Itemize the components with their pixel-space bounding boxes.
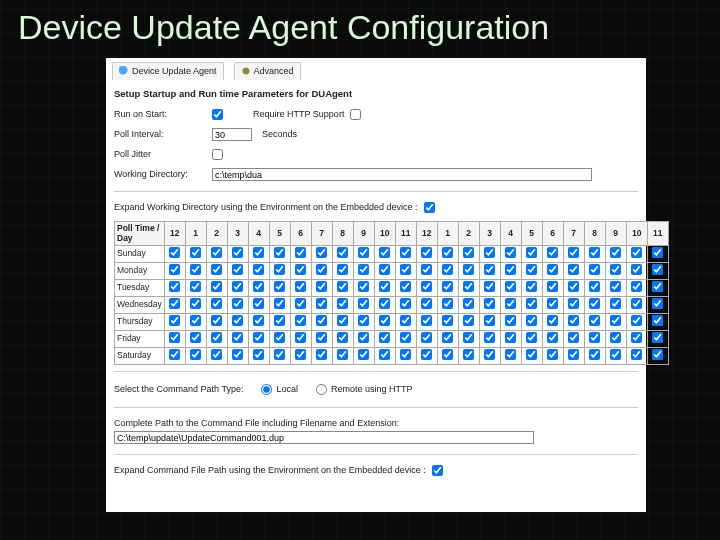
schedule-hour-checkbox[interactable] (253, 247, 264, 258)
schedule-hour-checkbox[interactable] (253, 264, 264, 275)
command-path-remote-radio[interactable] (316, 384, 327, 395)
schedule-hour-checkbox[interactable] (274, 349, 285, 360)
schedule-hour-checkbox[interactable] (652, 247, 663, 258)
schedule-hour-checkbox[interactable] (253, 332, 264, 343)
schedule-hour-checkbox[interactable] (526, 315, 537, 326)
schedule-hour-checkbox[interactable] (610, 315, 621, 326)
schedule-hour-checkbox[interactable] (169, 264, 180, 275)
schedule-hour-checkbox[interactable] (253, 349, 264, 360)
schedule-hour-checkbox[interactable] (316, 298, 327, 309)
schedule-hour-checkbox[interactable] (421, 332, 432, 343)
schedule-hour-checkbox[interactable] (295, 264, 306, 275)
schedule-hour-checkbox[interactable] (442, 264, 453, 275)
schedule-hour-checkbox[interactable] (253, 315, 264, 326)
schedule-hour-checkbox[interactable] (274, 332, 285, 343)
schedule-hour-checkbox[interactable] (379, 315, 390, 326)
schedule-hour-checkbox[interactable] (442, 281, 453, 292)
schedule-hour-checkbox[interactable] (358, 247, 369, 258)
schedule-hour-checkbox[interactable] (505, 332, 516, 343)
schedule-hour-checkbox[interactable] (169, 349, 180, 360)
schedule-hour-checkbox[interactable] (400, 281, 411, 292)
schedule-hour-checkbox[interactable] (631, 264, 642, 275)
schedule-hour-checkbox[interactable] (316, 281, 327, 292)
schedule-hour-checkbox[interactable] (442, 298, 453, 309)
schedule-hour-checkbox[interactable] (547, 281, 558, 292)
schedule-hour-checkbox[interactable] (547, 264, 558, 275)
command-path-local-radio[interactable] (261, 384, 272, 395)
schedule-hour-checkbox[interactable] (169, 315, 180, 326)
schedule-hour-checkbox[interactable] (652, 332, 663, 343)
schedule-hour-checkbox[interactable] (484, 332, 495, 343)
schedule-hour-checkbox[interactable] (505, 281, 516, 292)
schedule-hour-checkbox[interactable] (589, 349, 600, 360)
schedule-hour-checkbox[interactable] (568, 247, 579, 258)
schedule-hour-checkbox[interactable] (463, 281, 474, 292)
schedule-hour-checkbox[interactable] (526, 281, 537, 292)
schedule-hour-checkbox[interactable] (589, 332, 600, 343)
schedule-hour-checkbox[interactable] (652, 264, 663, 275)
schedule-hour-checkbox[interactable] (484, 264, 495, 275)
schedule-hour-checkbox[interactable] (169, 281, 180, 292)
schedule-hour-checkbox[interactable] (568, 315, 579, 326)
schedule-hour-checkbox[interactable] (652, 298, 663, 309)
schedule-hour-checkbox[interactable] (505, 315, 516, 326)
schedule-hour-checkbox[interactable] (211, 247, 222, 258)
schedule-hour-checkbox[interactable] (652, 349, 663, 360)
complete-path-input[interactable] (114, 431, 534, 444)
schedule-hour-checkbox[interactable] (274, 315, 285, 326)
schedule-hour-checkbox[interactable] (379, 298, 390, 309)
schedule-hour-checkbox[interactable] (421, 349, 432, 360)
schedule-hour-checkbox[interactable] (169, 298, 180, 309)
schedule-hour-checkbox[interactable] (421, 281, 432, 292)
schedule-hour-checkbox[interactable] (274, 298, 285, 309)
expand-cmd-checkbox[interactable] (432, 465, 443, 476)
schedule-hour-checkbox[interactable] (169, 247, 180, 258)
schedule-hour-checkbox[interactable] (232, 332, 243, 343)
schedule-hour-checkbox[interactable] (211, 315, 222, 326)
schedule-hour-checkbox[interactable] (484, 281, 495, 292)
schedule-hour-checkbox[interactable] (631, 332, 642, 343)
schedule-hour-checkbox[interactable] (631, 298, 642, 309)
schedule-hour-checkbox[interactable] (295, 281, 306, 292)
schedule-hour-checkbox[interactable] (274, 281, 285, 292)
schedule-hour-checkbox[interactable] (295, 247, 306, 258)
schedule-hour-checkbox[interactable] (190, 315, 201, 326)
schedule-hour-checkbox[interactable] (400, 247, 411, 258)
schedule-hour-checkbox[interactable] (232, 247, 243, 258)
schedule-hour-checkbox[interactable] (358, 349, 369, 360)
tab-advanced[interactable]: Advanced (234, 62, 301, 80)
schedule-hour-checkbox[interactable] (190, 332, 201, 343)
schedule-hour-checkbox[interactable] (526, 349, 537, 360)
schedule-hour-checkbox[interactable] (358, 281, 369, 292)
schedule-hour-checkbox[interactable] (379, 349, 390, 360)
schedule-hour-checkbox[interactable] (547, 298, 558, 309)
schedule-hour-checkbox[interactable] (316, 349, 327, 360)
schedule-hour-checkbox[interactable] (463, 247, 474, 258)
schedule-hour-checkbox[interactable] (211, 332, 222, 343)
schedule-hour-checkbox[interactable] (337, 298, 348, 309)
schedule-hour-checkbox[interactable] (547, 247, 558, 258)
schedule-hour-checkbox[interactable] (610, 298, 621, 309)
schedule-hour-checkbox[interactable] (358, 315, 369, 326)
schedule-hour-checkbox[interactable] (253, 281, 264, 292)
schedule-hour-checkbox[interactable] (274, 247, 285, 258)
schedule-hour-checkbox[interactable] (526, 332, 537, 343)
schedule-hour-checkbox[interactable] (421, 247, 432, 258)
schedule-hour-checkbox[interactable] (505, 349, 516, 360)
schedule-hour-checkbox[interactable] (232, 264, 243, 275)
schedule-hour-checkbox[interactable] (505, 264, 516, 275)
schedule-hour-checkbox[interactable] (463, 315, 474, 326)
schedule-hour-checkbox[interactable] (232, 315, 243, 326)
schedule-hour-checkbox[interactable] (379, 247, 390, 258)
schedule-hour-checkbox[interactable] (190, 281, 201, 292)
schedule-hour-checkbox[interactable] (274, 264, 285, 275)
schedule-hour-checkbox[interactable] (379, 281, 390, 292)
schedule-hour-checkbox[interactable] (610, 264, 621, 275)
schedule-hour-checkbox[interactable] (295, 298, 306, 309)
schedule-hour-checkbox[interactable] (379, 264, 390, 275)
schedule-hour-checkbox[interactable] (547, 315, 558, 326)
schedule-hour-checkbox[interactable] (484, 247, 495, 258)
schedule-hour-checkbox[interactable] (211, 264, 222, 275)
schedule-hour-checkbox[interactable] (232, 281, 243, 292)
schedule-hour-checkbox[interactable] (463, 298, 474, 309)
